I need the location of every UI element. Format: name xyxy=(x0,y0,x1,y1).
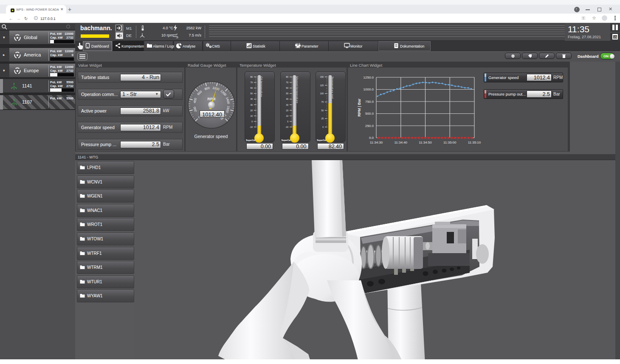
svg-text:100: 100 xyxy=(320,92,324,95)
svg-text:10: 10 xyxy=(286,115,288,117)
svg-text:30: 30 xyxy=(250,104,253,106)
svg-text:11:34:50: 11:34:50 xyxy=(419,141,432,144)
svg-text:0.0: 0.0 xyxy=(369,136,374,140)
svg-text:0: 0 xyxy=(322,126,324,128)
svg-text:80: 80 xyxy=(286,76,288,78)
svg-text:75: 75 xyxy=(321,101,324,103)
svg-text:125: 125 xyxy=(320,84,324,87)
svg-text:11:35:00: 11:35:00 xyxy=(443,141,457,144)
svg-text:11:34:30: 11:34:30 xyxy=(370,141,383,144)
svg-text:60: 60 xyxy=(286,87,288,89)
svg-text:50: 50 xyxy=(286,92,288,95)
svg-text:-10: -10 xyxy=(285,126,288,128)
svg-text:RPM | Bar: RPM | Bar xyxy=(357,98,361,116)
svg-text:11:35:10: 11:35:10 xyxy=(468,141,481,144)
svg-text:15: 15 xyxy=(614,36,617,39)
svg-text:70: 70 xyxy=(250,81,253,84)
svg-text:40: 40 xyxy=(286,98,288,100)
svg-text:25: 25 xyxy=(321,117,324,120)
svg-text:30: 30 xyxy=(286,104,288,106)
svg-text:1000.0: 1000.0 xyxy=(364,87,374,91)
svg-text:250.0: 250.0 xyxy=(365,124,374,128)
svg-text:0: 0 xyxy=(287,120,288,123)
svg-text:150: 150 xyxy=(320,76,324,78)
svg-text:-10: -10 xyxy=(250,126,253,128)
svg-text:40: 40 xyxy=(250,98,253,100)
svg-text:750.0: 750.0 xyxy=(365,100,374,104)
svg-text:50: 50 xyxy=(321,109,324,112)
svg-text:20: 20 xyxy=(286,109,288,112)
svg-text:50: 50 xyxy=(250,92,253,95)
svg-text:500.0: 500.0 xyxy=(365,112,374,116)
svg-text:0: 0 xyxy=(251,120,253,123)
svg-text:1250.0: 1250.0 xyxy=(364,76,374,79)
svg-text:11:34:40: 11:34:40 xyxy=(395,141,408,144)
svg-text:10: 10 xyxy=(250,115,253,117)
svg-text:70: 70 xyxy=(286,81,288,84)
svg-text:80: 80 xyxy=(250,76,253,78)
svg-text:20: 20 xyxy=(250,109,253,112)
svg-text:60: 60 xyxy=(250,87,253,89)
